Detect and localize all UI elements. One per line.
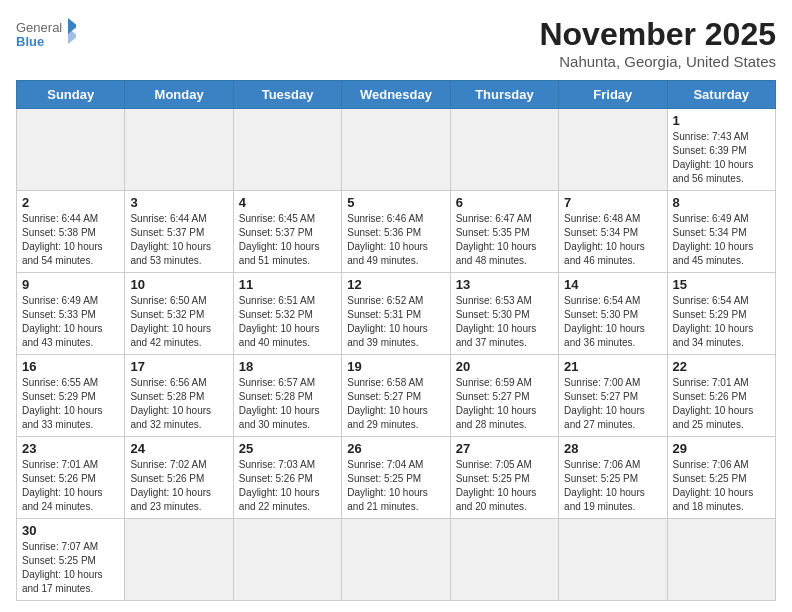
table-row (559, 109, 667, 191)
day-number: 16 (22, 359, 119, 374)
table-row: 17Sunrise: 6:56 AMSunset: 5:28 PMDayligh… (125, 355, 233, 437)
calendar-week-0: 1Sunrise: 7:43 AMSunset: 6:39 PMDaylight… (17, 109, 776, 191)
day-info: Sunrise: 6:54 AMSunset: 5:29 PMDaylight:… (673, 294, 770, 350)
table-row: 23Sunrise: 7:01 AMSunset: 5:26 PMDayligh… (17, 437, 125, 519)
table-row: 7Sunrise: 6:48 AMSunset: 5:34 PMDaylight… (559, 191, 667, 273)
day-info: Sunrise: 7:04 AMSunset: 5:25 PMDaylight:… (347, 458, 444, 514)
header-monday: Monday (125, 81, 233, 109)
table-row: 13Sunrise: 6:53 AMSunset: 5:30 PMDayligh… (450, 273, 558, 355)
day-info: Sunrise: 7:07 AMSunset: 5:25 PMDaylight:… (22, 540, 119, 596)
table-row (667, 519, 775, 601)
table-row: 21Sunrise: 7:00 AMSunset: 5:27 PMDayligh… (559, 355, 667, 437)
day-info: Sunrise: 6:59 AMSunset: 5:27 PMDaylight:… (456, 376, 553, 432)
day-number: 19 (347, 359, 444, 374)
day-info: Sunrise: 6:50 AMSunset: 5:32 PMDaylight:… (130, 294, 227, 350)
day-number: 13 (456, 277, 553, 292)
day-number: 29 (673, 441, 770, 456)
day-info: Sunrise: 6:54 AMSunset: 5:30 PMDaylight:… (564, 294, 661, 350)
day-number: 8 (673, 195, 770, 210)
calendar-week-5: 30Sunrise: 7:07 AMSunset: 5:25 PMDayligh… (17, 519, 776, 601)
day-info: Sunrise: 7:01 AMSunset: 5:26 PMDaylight:… (673, 376, 770, 432)
day-info: Sunrise: 7:43 AMSunset: 6:39 PMDaylight:… (673, 130, 770, 186)
day-info: Sunrise: 6:52 AMSunset: 5:31 PMDaylight:… (347, 294, 444, 350)
table-row: 8Sunrise: 6:49 AMSunset: 5:34 PMDaylight… (667, 191, 775, 273)
logo: General Blue (16, 16, 76, 52)
table-row: 30Sunrise: 7:07 AMSunset: 5:25 PMDayligh… (17, 519, 125, 601)
day-number: 7 (564, 195, 661, 210)
day-info: Sunrise: 7:06 AMSunset: 5:25 PMDaylight:… (564, 458, 661, 514)
day-info: Sunrise: 6:58 AMSunset: 5:27 PMDaylight:… (347, 376, 444, 432)
table-row: 1Sunrise: 7:43 AMSunset: 6:39 PMDaylight… (667, 109, 775, 191)
day-info: Sunrise: 6:46 AMSunset: 5:36 PMDaylight:… (347, 212, 444, 268)
table-row (125, 519, 233, 601)
day-info: Sunrise: 6:51 AMSunset: 5:32 PMDaylight:… (239, 294, 336, 350)
day-info: Sunrise: 7:01 AMSunset: 5:26 PMDaylight:… (22, 458, 119, 514)
table-row (559, 519, 667, 601)
day-info: Sunrise: 7:06 AMSunset: 5:25 PMDaylight:… (673, 458, 770, 514)
calendar-week-4: 23Sunrise: 7:01 AMSunset: 5:26 PMDayligh… (17, 437, 776, 519)
day-info: Sunrise: 6:44 AMSunset: 5:38 PMDaylight:… (22, 212, 119, 268)
calendar-week-2: 9Sunrise: 6:49 AMSunset: 5:33 PMDaylight… (17, 273, 776, 355)
header-friday: Friday (559, 81, 667, 109)
table-row (342, 109, 450, 191)
header-tuesday: Tuesday (233, 81, 341, 109)
day-number: 4 (239, 195, 336, 210)
day-number: 9 (22, 277, 119, 292)
table-row (233, 109, 341, 191)
table-row: 11Sunrise: 6:51 AMSunset: 5:32 PMDayligh… (233, 273, 341, 355)
day-info: Sunrise: 7:00 AMSunset: 5:27 PMDaylight:… (564, 376, 661, 432)
table-row (17, 109, 125, 191)
table-row: 20Sunrise: 6:59 AMSunset: 5:27 PMDayligh… (450, 355, 558, 437)
header-saturday: Saturday (667, 81, 775, 109)
table-row: 12Sunrise: 6:52 AMSunset: 5:31 PMDayligh… (342, 273, 450, 355)
title-area: November 2025 Nahunta, Georgia, United S… (539, 16, 776, 70)
table-row: 26Sunrise: 7:04 AMSunset: 5:25 PMDayligh… (342, 437, 450, 519)
calendar-week-3: 16Sunrise: 6:55 AMSunset: 5:29 PMDayligh… (17, 355, 776, 437)
day-number: 17 (130, 359, 227, 374)
day-number: 14 (564, 277, 661, 292)
day-number: 26 (347, 441, 444, 456)
day-number: 11 (239, 277, 336, 292)
calendar-week-1: 2Sunrise: 6:44 AMSunset: 5:38 PMDaylight… (17, 191, 776, 273)
calendar-header-row: Sunday Monday Tuesday Wednesday Thursday… (17, 81, 776, 109)
table-row: 29Sunrise: 7:06 AMSunset: 5:25 PMDayligh… (667, 437, 775, 519)
table-row: 2Sunrise: 6:44 AMSunset: 5:38 PMDaylight… (17, 191, 125, 273)
day-number: 5 (347, 195, 444, 210)
header-sunday: Sunday (17, 81, 125, 109)
day-info: Sunrise: 7:03 AMSunset: 5:26 PMDaylight:… (239, 458, 336, 514)
day-number: 21 (564, 359, 661, 374)
table-row (450, 109, 558, 191)
table-row: 27Sunrise: 7:05 AMSunset: 5:25 PMDayligh… (450, 437, 558, 519)
table-row: 18Sunrise: 6:57 AMSunset: 5:28 PMDayligh… (233, 355, 341, 437)
day-number: 1 (673, 113, 770, 128)
header-wednesday: Wednesday (342, 81, 450, 109)
table-row: 24Sunrise: 7:02 AMSunset: 5:26 PMDayligh… (125, 437, 233, 519)
day-number: 30 (22, 523, 119, 538)
day-info: Sunrise: 6:57 AMSunset: 5:28 PMDaylight:… (239, 376, 336, 432)
table-row (233, 519, 341, 601)
table-row: 5Sunrise: 6:46 AMSunset: 5:36 PMDaylight… (342, 191, 450, 273)
day-info: Sunrise: 7:05 AMSunset: 5:25 PMDaylight:… (456, 458, 553, 514)
table-row (342, 519, 450, 601)
header: General Blue November 2025 Nahunta, Geor… (16, 16, 776, 70)
table-row: 19Sunrise: 6:58 AMSunset: 5:27 PMDayligh… (342, 355, 450, 437)
table-row: 15Sunrise: 6:54 AMSunset: 5:29 PMDayligh… (667, 273, 775, 355)
day-number: 3 (130, 195, 227, 210)
day-number: 23 (22, 441, 119, 456)
day-info: Sunrise: 6:45 AMSunset: 5:37 PMDaylight:… (239, 212, 336, 268)
table-row: 9Sunrise: 6:49 AMSunset: 5:33 PMDaylight… (17, 273, 125, 355)
table-row: 14Sunrise: 6:54 AMSunset: 5:30 PMDayligh… (559, 273, 667, 355)
logo-svg: General Blue (16, 16, 76, 52)
table-row: 10Sunrise: 6:50 AMSunset: 5:32 PMDayligh… (125, 273, 233, 355)
day-number: 18 (239, 359, 336, 374)
day-number: 28 (564, 441, 661, 456)
table-row: 28Sunrise: 7:06 AMSunset: 5:25 PMDayligh… (559, 437, 667, 519)
month-title: November 2025 (539, 16, 776, 53)
header-thursday: Thursday (450, 81, 558, 109)
day-info: Sunrise: 6:44 AMSunset: 5:37 PMDaylight:… (130, 212, 227, 268)
day-number: 27 (456, 441, 553, 456)
calendar-table: Sunday Monday Tuesday Wednesday Thursday… (16, 80, 776, 601)
day-info: Sunrise: 6:49 AMSunset: 5:33 PMDaylight:… (22, 294, 119, 350)
day-info: Sunrise: 7:02 AMSunset: 5:26 PMDaylight:… (130, 458, 227, 514)
day-number: 24 (130, 441, 227, 456)
